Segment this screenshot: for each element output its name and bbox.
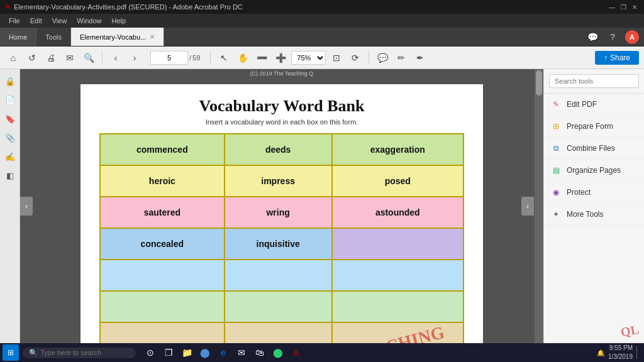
page-separator: / [189, 54, 191, 62]
next-page-icon[interactable]: › [126, 50, 143, 66]
taskbar-cortana[interactable]: ⊙ [142, 344, 158, 361]
tab-close-icon[interactable]: ✕ [150, 33, 155, 40]
toolbar: ⌂ ↺ 🖨 ✉ 🔍 ‹ › 5 / 59 ↖ ✋ ➖ ➕ 75% ⊡ ⟳ 💬 ✏… [0, 47, 644, 69]
edit-pdf-item[interactable]: ✎ Edit PDF [544, 94, 644, 116]
signature-icon[interactable]: ✍ [3, 150, 17, 163]
tab-document[interactable]: Elementary-Vocabu... ✕ [71, 28, 164, 46]
taskbar-pdf[interactable]: A [288, 344, 304, 361]
minimize-button[interactable]: — [608, 3, 616, 11]
title-bar: A Elementary-Vocabulary-Activities.pdf (… [0, 0, 644, 14]
more-tools-item[interactable]: ✦ More Tools [544, 204, 644, 226]
table-row [100, 260, 464, 291]
rotate-icon[interactable]: ⟳ [347, 50, 364, 66]
pages-icon[interactable]: 📄 [3, 93, 17, 107]
cursor-tool-icon[interactable]: ↖ [216, 50, 232, 66]
menu-file[interactable]: File [4, 14, 25, 28]
left-panel: 🔒 📄 🔖 📎 ✍ ◧ [0, 69, 20, 343]
zoom-select[interactable]: 75% [291, 51, 326, 65]
bookmark-icon[interactable]: 🔖 [3, 112, 17, 126]
chat-icon[interactable]: 💬 [585, 30, 600, 45]
taskbar-search[interactable]: 🔍 [23, 348, 136, 358]
table-cell: concealed [100, 228, 225, 260]
table-row: commenced deeds exaggeration [100, 134, 464, 165]
table-cell [332, 322, 464, 343]
email-icon[interactable]: ✉ [62, 50, 78, 66]
search-tools-input[interactable] [549, 74, 639, 88]
prepare-form-icon: ⊞ [550, 121, 562, 132]
menu-help[interactable]: Help [106, 14, 131, 28]
start-button[interactable]: ⊞ [3, 344, 19, 361]
table-cell: sautered [100, 197, 225, 228]
notification-icon[interactable]: 🔔 [597, 349, 604, 356]
zoom-in-icon[interactable]: ➕ [272, 50, 289, 66]
table-cell: posed [332, 165, 464, 197]
next-page-arrow[interactable]: › [521, 197, 534, 216]
taskbar-edge[interactable]: e [215, 344, 231, 361]
table-row: heroic impress posed [100, 165, 464, 197]
user-avatar[interactable]: A [625, 30, 639, 44]
window-title: Elementary-Vocabulary-Activities.pdf (SE… [14, 3, 243, 11]
organize-pages-item[interactable]: ▤ Organize Pages [544, 160, 644, 182]
table-cell: commenced [100, 134, 225, 165]
menu-edit[interactable]: Edit [25, 14, 47, 28]
menu-view[interactable]: View [47, 14, 72, 28]
combine-files-label: Combine Files [567, 144, 615, 153]
pdf-scroll-area[interactable]: Vocabulary Word Bank Insert a vocabulary… [20, 78, 543, 343]
hand-tool-icon[interactable]: ✋ [235, 50, 251, 66]
layers-icon[interactable]: ◧ [3, 168, 17, 182]
separator-3 [369, 52, 369, 64]
taskbar-chrome[interactable]: ⬤ [197, 344, 213, 361]
taskbar-store[interactable]: 🛍 [252, 344, 268, 361]
tab-home[interactable]: Home [0, 28, 36, 46]
tab-bar: Home Tools Elementary-Vocabu... ✕ 💬 ? A [0, 28, 644, 47]
pdf-area: (C) 2019 The Teaching Q Vocabulary Word … [20, 69, 543, 343]
table-cell [332, 260, 464, 291]
taskbar-search-input[interactable] [40, 349, 128, 356]
prev-page-arrow[interactable]: ‹ [20, 197, 33, 216]
taskbar-green[interactable]: ⬤ [270, 344, 286, 361]
right-watermark-area: QL [544, 226, 644, 343]
close-button[interactable]: ✕ [630, 3, 639, 11]
zoom-out-icon[interactable]: ➖ [253, 50, 270, 66]
menu-window[interactable]: Window [72, 14, 106, 28]
scroll-thumb[interactable] [536, 70, 542, 96]
combine-files-item[interactable]: ⧉ Combine Files [544, 138, 644, 160]
taskbar-task-view[interactable]: ❒ [160, 344, 177, 361]
fit-icon[interactable]: ⊡ [328, 50, 345, 66]
undo-icon[interactable]: ↺ [24, 50, 40, 66]
right-panel: ✎ Edit PDF ⊞ Prepare Form ⧉ Combine File… [543, 69, 644, 343]
scroll-indicator[interactable] [535, 69, 543, 343]
page-number-input[interactable]: 5 [150, 51, 188, 65]
protect-item[interactable]: ◉ Protect [544, 182, 644, 204]
home-tool-icon[interactable]: ⌂ [5, 50, 21, 66]
help-icon[interactable]: ? [605, 30, 620, 45]
search-icon[interactable]: 🔍 [80, 50, 97, 66]
pdf-subtitle: Insert a vocabulary word in each box on … [99, 118, 464, 126]
table-cell [225, 291, 332, 322]
table-row [100, 322, 464, 343]
table-cell [332, 228, 464, 260]
share-button[interactable]: ↑ Share [595, 51, 639, 65]
paperclip-icon[interactable]: 📎 [3, 131, 17, 145]
show-desktop-icon[interactable] [636, 346, 639, 359]
taskbar: ⊞ 🔍 ⊙ ❒ 📁 ⬤ e ✉ 🛍 ⬤ A 🔔 9:55 PM 1/3/2019 [0, 343, 644, 362]
separator-1 [102, 52, 103, 64]
taskbar-mail[interactable]: ✉ [233, 344, 250, 361]
prepare-form-item[interactable]: ⊞ Prepare Form [544, 116, 644, 138]
table-row [100, 291, 464, 322]
lock-icon[interactable]: 🔒 [3, 74, 17, 88]
tab-tools[interactable]: Tools [36, 28, 71, 46]
taskbar-explorer[interactable]: 📁 [179, 344, 195, 361]
right-watermark: QL [619, 322, 640, 340]
search-tools-container [544, 69, 644, 94]
page-total: 59 [192, 54, 200, 62]
edit-pdf-label: Edit PDF [567, 100, 597, 109]
prev-page-icon[interactable]: ‹ [108, 50, 124, 66]
main-content: 🔒 📄 🔖 📎 ✍ ◧ (C) 2019 The Teaching Q Voca… [0, 69, 644, 343]
print-icon[interactable]: 🖨 [43, 50, 59, 66]
sign-icon[interactable]: ✒ [412, 50, 428, 66]
table-cell: deeds [225, 134, 332, 165]
comment-icon[interactable]: 💬 [374, 50, 391, 66]
maximize-button[interactable]: ❐ [619, 3, 628, 11]
pen-icon[interactable]: ✏ [393, 50, 409, 66]
